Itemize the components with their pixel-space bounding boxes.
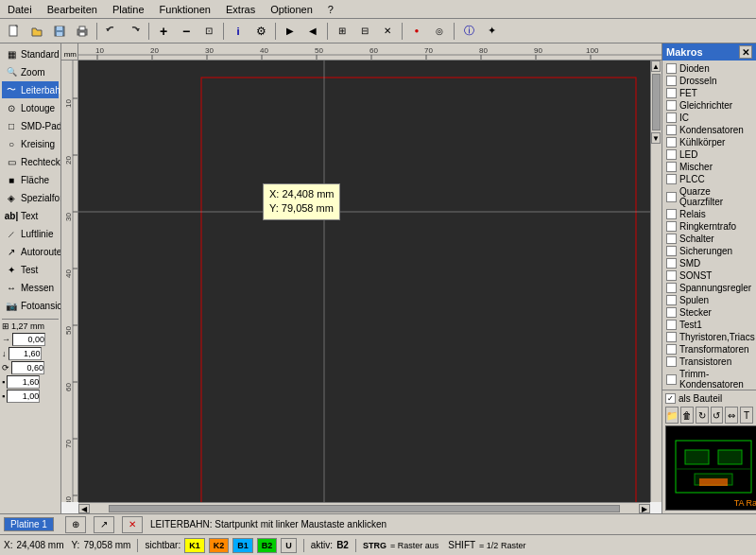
info-button[interactable]: i (228, 21, 249, 42)
panel-list-item[interactable]: Spannungsregler (664, 282, 754, 294)
tb-circle[interactable]: ● (406, 21, 427, 42)
panel-list-item[interactable]: SONST (664, 269, 754, 282)
sidebar-item-text[interactable]: ab| Text (2, 207, 59, 224)
zoom-out-button[interactable]: − (176, 21, 197, 42)
panel-item-checkbox[interactable] (666, 192, 677, 202)
action-btn-3[interactable]: ✕ (122, 516, 143, 533)
w3-input[interactable] (7, 390, 40, 403)
panel-item-checkbox[interactable] (666, 113, 677, 123)
panel-item-checkbox[interactable] (666, 356, 677, 367)
panel-list-item[interactable]: Transistoren (664, 356, 754, 368)
panel-item-checkbox[interactable] (666, 307, 677, 318)
panel-list-item[interactable]: Kondensatoren (664, 124, 754, 136)
tb-btn-5[interactable]: ▶ (280, 21, 301, 42)
panel-item-checkbox[interactable] (666, 295, 677, 305)
menu-datei[interactable]: Datei (4, 3, 36, 16)
panel-item-checkbox[interactable] (666, 258, 677, 269)
panel-list-item[interactable]: Sicherungen (664, 245, 754, 257)
panel-item-checkbox[interactable] (666, 162, 677, 172)
zoom-in-button[interactable]: + (153, 21, 174, 42)
scroll-vertical[interactable]: ▲ ▼ (650, 61, 662, 502)
undo-button[interactable] (101, 21, 122, 42)
layer-u-btn[interactable]: U (281, 538, 297, 553)
sidebar-item-smd-pad[interactable]: □ SMD-Pad (2, 117, 59, 134)
panel-list-item[interactable]: Drosseln (664, 75, 754, 87)
zoom-fit-button[interactable]: ⊡ (198, 21, 219, 42)
tb-gear[interactable]: ✦ (481, 21, 502, 42)
sidebar-item-rechteck[interactable]: ▭ Rechteck (2, 153, 59, 170)
als-bauteil-checkbox[interactable]: ✓ (665, 393, 676, 404)
tb-btn-6[interactable]: ◀ (302, 21, 323, 42)
sidebar-item-luftlinie[interactable]: ⟋ Luftlinie (2, 225, 59, 242)
canvas-content[interactable]: X: 24,408 mm Y: 79,058 mm (78, 61, 650, 502)
panel-item-checkbox[interactable] (666, 137, 677, 147)
panel-item-checkbox[interactable] (666, 100, 677, 111)
tb-btn-7[interactable]: ⊞ (332, 21, 352, 42)
tb-btn-8[interactable]: ⊟ (354, 21, 375, 42)
scroll-down-btn[interactable]: ▼ (651, 132, 661, 144)
sidebar-item-leiterbahn[interactable]: 〜 Leiterbahn (2, 81, 59, 98)
scroll-thumb-h[interactable] (109, 505, 620, 512)
panel-list-item[interactable]: Dioden (664, 62, 754, 75)
new-button[interactable] (4, 21, 25, 42)
tb-btn-9[interactable]: ✕ (377, 21, 398, 42)
w2-input[interactable] (7, 375, 40, 389)
panel-top-btn[interactable]: T (740, 407, 753, 424)
panel-list-item[interactable]: Quarze Quarzfilter (664, 185, 754, 208)
sidebar-item-spezialform[interactable]: ◈ Spezialform (2, 189, 59, 206)
layer-k2-btn[interactable]: K2 (209, 538, 230, 553)
sidebar-item-standard[interactable]: ▦ Standard (2, 45, 59, 62)
panel-list-item[interactable]: Trimm-Kondensatoren (664, 368, 754, 390)
panel-item-checkbox[interactable] (666, 234, 677, 244)
menu-funktionen[interactable]: Funktionen (156, 3, 215, 16)
menu-platine[interactable]: Platine (109, 3, 148, 16)
panel-list-item[interactable]: Spulen (664, 294, 754, 306)
panel-list-item[interactable]: FET (664, 87, 754, 99)
menu-optionen[interactable]: Optionen (266, 3, 317, 16)
panel-item-checkbox[interactable] (666, 320, 677, 330)
sidebar-item-zoom[interactable]: 🔍 Zoom (2, 63, 59, 80)
panel-item-checkbox[interactable] (666, 221, 677, 232)
y-input[interactable] (9, 347, 42, 360)
redo-button[interactable] (124, 21, 145, 42)
panel-list-item[interactable]: SMD (664, 257, 754, 269)
panel-list[interactable]: DiodenDrosselnFETGleichrichterICKondensa… (662, 61, 756, 390)
layer-k1-btn[interactable]: K1 (184, 538, 205, 553)
panel-list-item[interactable]: Test1 (664, 319, 754, 331)
panel-item-checkbox[interactable] (666, 88, 677, 98)
panel-item-checkbox[interactable] (666, 149, 677, 160)
panel-item-checkbox[interactable] (666, 209, 677, 219)
scroll-thumb-v[interactable] (652, 74, 661, 130)
panel-list-item[interactable]: Schalter (664, 233, 754, 245)
page-tab[interactable]: Platine 1 (4, 517, 54, 531)
print-button[interactable] (72, 21, 93, 42)
sidebar-item-flache[interactable]: ■ Fläche (2, 171, 59, 188)
panel-item-checkbox[interactable] (666, 125, 677, 135)
panel-list-item[interactable]: Mischer (664, 161, 754, 173)
menu-help[interactable]: ? (324, 3, 337, 16)
scroll-left-btn[interactable]: ◀ (78, 504, 90, 513)
w1-input[interactable] (11, 361, 44, 374)
sidebar-item-fotoansicht[interactable]: 📷 Fotoansicht (2, 297, 59, 314)
panel-list-item[interactable]: IC (664, 112, 754, 124)
sidebar-item-messen[interactable]: ↔ Messen (2, 279, 59, 296)
panel-item-checkbox[interactable] (666, 374, 677, 385)
panel-list-item[interactable]: PLCC (664, 173, 754, 185)
panel-list-item[interactable]: Relais (664, 208, 754, 220)
panel-rotate-ccw-btn[interactable]: ↺ (711, 407, 724, 424)
panel-item-checkbox[interactable] (666, 344, 677, 355)
panel-list-item[interactable]: Transformatoren (664, 343, 754, 356)
panel-item-checkbox[interactable] (666, 270, 677, 281)
action-btn-1[interactable]: ⊕ (65, 516, 86, 533)
panel-list-item[interactable]: Gleichrichter (664, 99, 754, 112)
panel-item-checkbox[interactable] (666, 246, 677, 256)
panel-rotate-cw-btn[interactable]: ↻ (696, 407, 709, 424)
tb-special[interactable]: ◎ (429, 21, 450, 42)
x-input[interactable] (12, 333, 45, 346)
panel-item-checkbox[interactable] (666, 283, 677, 293)
panel-mirror-btn[interactable]: ⇔ (725, 407, 738, 424)
sidebar-item-lotouge[interactable]: ⊙ Lotouge (2, 99, 59, 116)
menu-extras[interactable]: Extras (222, 3, 259, 16)
settings-button[interactable]: ⚙ (250, 21, 271, 42)
sidebar-item-autoroute[interactable]: ↗ Autoroute (2, 243, 59, 260)
